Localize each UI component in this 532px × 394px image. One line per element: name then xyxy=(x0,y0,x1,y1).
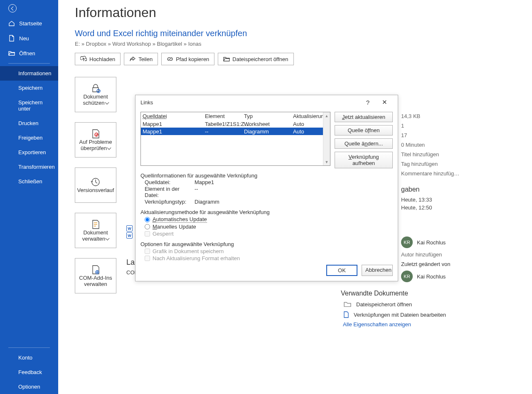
edit-links-link[interactable]: Verknüpfungen mit Dateien bearbeiten xyxy=(343,311,515,318)
back-button[interactable] xyxy=(8,4,17,12)
page-title: Informationen xyxy=(75,5,515,20)
auto-update-radio[interactable]: Automatisches Update xyxy=(145,216,393,223)
backstage-sidebar: Startseite Neu Öffnen Informationen Spei… xyxy=(0,0,58,394)
dialog-titlebar: Links ? ✕ xyxy=(135,95,398,109)
prop-title[interactable]: Titel hinzufügen xyxy=(401,151,439,158)
date-modified: Heute, 13:33 xyxy=(401,197,515,203)
prop-pages: 1 xyxy=(401,123,404,129)
com-icon xyxy=(90,265,101,275)
properties-panel: 14,3 KB 1 17 0 Minuten Titel hinzufügen … xyxy=(401,96,515,330)
nav-account[interactable]: Konto xyxy=(0,350,58,365)
new-icon xyxy=(8,35,15,42)
folder-icon xyxy=(223,56,230,62)
avatar: KR xyxy=(401,236,413,248)
dialog-side-buttons: Jetzt aktualisieren Quelle öffnen Quelle… xyxy=(335,112,393,168)
file-link-icon xyxy=(343,311,350,318)
word-icon xyxy=(126,225,133,231)
update-method-section: Aktualisierungsmethode für ausgewählte V… xyxy=(140,209,393,237)
copypath-button[interactable]: Pfad kopieren xyxy=(161,53,214,65)
protect-icon xyxy=(90,84,101,94)
nav-info[interactable]: Informationen xyxy=(0,66,58,81)
locked-checkbox: Gesperrt xyxy=(145,231,393,237)
manual-update-radio[interactable]: Manuelles Update xyxy=(145,224,393,230)
separator xyxy=(8,347,50,348)
prop-tag[interactable]: Tag hinzufügen xyxy=(401,161,438,167)
lastmod-person[interactable]: KR Kai Rochlus xyxy=(401,271,515,282)
action-bar: Hochladen Teilen Pfad kopieren Dateispei… xyxy=(75,53,515,65)
links-dialog: Links ? ✕ Quelldatei Element Typ Aktuali… xyxy=(135,95,398,281)
nav-share[interactable]: Freigeben xyxy=(0,131,58,145)
prop-size: 14,3 KB xyxy=(401,113,420,119)
break-link-button[interactable]: Verknüpfung aufheben xyxy=(335,152,393,168)
inspect-tile[interactable]: Auf Probleme überprüfen xyxy=(75,122,116,158)
prop-words: 17 xyxy=(401,132,407,138)
nav-saveas[interactable]: Speichern unter xyxy=(0,95,58,116)
links-listbox[interactable]: Quelldatei Element Typ Aktualisierung Ma… xyxy=(140,112,330,166)
scroll-up[interactable]: ▲ xyxy=(323,112,330,119)
openloc-button[interactable]: Dateispeicherort öffnen xyxy=(218,53,293,65)
date-created: Heute, 12:50 xyxy=(401,204,515,211)
scrollbar[interactable]: ▲ ▼ xyxy=(323,112,330,165)
list-header: Quelldatei Element Typ Aktualisierung xyxy=(141,112,330,120)
author-person[interactable]: KR Kai Rochlus xyxy=(401,236,515,248)
folder-icon xyxy=(343,300,352,308)
dialog-footer: OK Abbrechen xyxy=(140,265,393,276)
reldocs-heading: Verwandte Dokumente xyxy=(341,290,515,297)
doc-title: Word und Excel richtig miteinander verkn… xyxy=(75,29,515,38)
nav-save[interactable]: Speichern xyxy=(0,81,58,95)
nav-options[interactable]: Optionen xyxy=(0,379,58,394)
nav-transform[interactable]: Transformieren xyxy=(0,160,58,174)
list-row-selected[interactable]: Mappe1 -- Diagramm Auto xyxy=(141,128,330,135)
ok-button[interactable]: OK xyxy=(326,265,357,276)
nav-close[interactable]: Schließen xyxy=(0,174,58,189)
nav-home[interactable]: Startseite xyxy=(0,16,58,31)
list-row[interactable]: Mappe1 Tabelle1!Z1S1:Z… Worksheet Auto xyxy=(141,120,330,128)
show-all-props[interactable]: Alle Eigenschaften anzeigen xyxy=(343,321,515,328)
separator xyxy=(8,63,50,64)
options-section: Optionen für ausgewählte Verknüpfung Gra… xyxy=(140,241,393,261)
link-icon xyxy=(167,56,173,62)
prop-edittime: 0 Minuten xyxy=(401,142,425,148)
nav-feedback[interactable]: Feedback xyxy=(0,365,58,379)
breadcrumb: E: » Dropbox » Word Workshop » Blogartik… xyxy=(75,41,515,47)
keep-format-checkbox: Nach Aktualisierung Format erhalten xyxy=(145,255,393,261)
history-tile[interactable]: Versionsverlauf xyxy=(75,167,116,203)
source-info-section: Quellinformationen für ausgewählte Verkn… xyxy=(140,172,393,205)
lastmod-label: Zuletzt geändert von xyxy=(401,261,515,267)
home-icon xyxy=(8,20,15,27)
update-now-button[interactable]: Jetzt aktualisieren xyxy=(335,112,393,122)
cancel-button[interactable]: Abbrechen xyxy=(362,265,393,276)
add-author[interactable]: Autor hinzufügen xyxy=(401,251,515,258)
nav-open[interactable]: Öffnen xyxy=(0,46,58,61)
open-icon xyxy=(8,50,15,57)
share-button[interactable]: Teilen xyxy=(124,53,158,65)
prop-comment[interactable]: Kommentare hinzufüg… xyxy=(401,170,459,177)
open-source-button[interactable]: Quelle öffnen xyxy=(335,125,393,135)
dialog-title: Links xyxy=(140,99,360,106)
word-icon xyxy=(126,232,133,239)
protect-tile[interactable]: Dokument schützen xyxy=(75,77,116,112)
save-graphic-checkbox: Grafik in Dokument speichern xyxy=(145,248,393,254)
history-icon xyxy=(90,177,101,187)
avatar: KR xyxy=(401,271,413,282)
inspect-icon xyxy=(90,129,101,139)
upload-button[interactable]: Hochladen xyxy=(75,53,121,65)
share-icon xyxy=(129,56,136,62)
manage-icon xyxy=(90,219,101,229)
nav-new[interactable]: Neu xyxy=(0,31,58,46)
manage-tile[interactable]: Dokument verwalten xyxy=(75,213,116,248)
nav-export[interactable]: Exportieren xyxy=(0,145,58,160)
help-button[interactable]: ? xyxy=(360,99,376,106)
close-button[interactable]: ✕ xyxy=(376,98,393,106)
scroll-down[interactable]: ▼ xyxy=(323,158,330,165)
change-source-button[interactable]: Quelle ändern... xyxy=(335,138,393,149)
com-tile[interactable]: COM-Add-Ins verwalten xyxy=(75,258,116,293)
dates-heading: gaben xyxy=(401,186,515,193)
open-location-link[interactable]: Dateispeicherort öffnen xyxy=(343,300,515,308)
upload-icon xyxy=(80,56,87,62)
nav-print[interactable]: Drucken xyxy=(0,116,58,131)
